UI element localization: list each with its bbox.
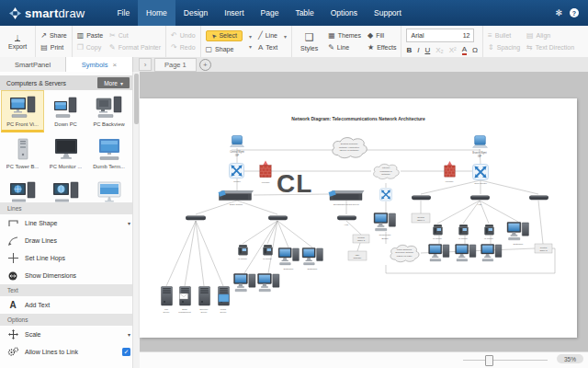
symbol-pc-backview[interactable]: PC Backview (87, 90, 130, 132)
more-symbols-button[interactable]: More▾ (97, 77, 130, 88)
diagram-title[interactable]: Network Diagram: Telecommunications Netw… (291, 116, 425, 121)
menu-item-insert[interactable]: Insert (216, 0, 252, 26)
diagram-node-ip-phone-r2[interactable]: IP Phone (458, 224, 468, 239)
diagram-label-box-2[interactable]: Central Office 2 (535, 244, 552, 253)
diagram-node-cloud-internet[interactable]: Internet (Managed IP Network) (374, 164, 400, 178)
diagram-node-hub-r1[interactable] (412, 196, 431, 201)
set-line-hops-item[interactable]: Set Line Hops (0, 249, 140, 267)
text-tool-button[interactable]: AText (258, 43, 277, 52)
zoom-slider-track[interactable] (463, 360, 548, 361)
symbol-pc-front-view[interactable]: PC Front Vi... (1, 90, 44, 132)
scale-item[interactable]: Scale ▾ (0, 326, 140, 343)
insert-symbol-button[interactable]: Ω (472, 46, 478, 54)
close-symbols-tab-icon[interactable]: × (113, 61, 118, 69)
styles-button[interactable]: ❑ Styles (297, 31, 322, 52)
diagram-node-hub-l1[interactable] (186, 216, 206, 221)
help-icon[interactable]: ? (570, 8, 579, 17)
symbol-workstation-globe[interactable] (1, 175, 44, 202)
shape-tool-caret-icon[interactable]: ▾ (249, 43, 252, 50)
menu-item-home[interactable]: Home (138, 0, 175, 26)
diagram-node-cloud-pstn[interactable]: Public Switched Telephone Network (PSTN … (390, 245, 419, 261)
diagram-node-router-right[interactable]: Core Router (473, 165, 489, 186)
diagram-node-hub-r3[interactable] (529, 196, 548, 201)
diagram-label-box-1[interactable]: Central Office 1 (412, 213, 430, 223)
menu-item-table[interactable]: Table (287, 0, 322, 26)
tab-page-1[interactable]: Page 1 (154, 58, 197, 72)
diagram-node-pc-r3[interactable] (481, 244, 502, 260)
draw-lines-item[interactable]: Draw Lines (0, 232, 140, 249)
diagram-node-server-4[interactable]: Media Server (219, 287, 230, 313)
diagram-node-edge-switch[interactable]: Edge Switch (219, 190, 254, 206)
prev-page-button[interactable]: › (139, 58, 152, 71)
panel-scrollbar[interactable] (132, 72, 140, 368)
diagram-node-pc-r2[interactable] (456, 244, 476, 260)
diagram-node-pc-4[interactable] (258, 273, 279, 291)
font-size-value[interactable]: 12 (463, 32, 470, 39)
shape-tool-button[interactable]: ▢Shape (206, 45, 243, 53)
diagram-node-pc-2[interactable]: Softphone (302, 247, 322, 270)
diagram-label-box-3[interactable]: Central Office 3 (353, 235, 369, 243)
diagram-node-server-1[interactable]: Call Server (162, 287, 173, 313)
diagram-node-laptop-right[interactable]: Branch Mgmt ISP (472, 136, 487, 158)
line-tool-caret-icon[interactable]: ▾ (284, 33, 287, 40)
share-button[interactable]: ↗Share (40, 31, 66, 40)
font-family-select[interactable]: Arial12 (406, 29, 474, 42)
diagram-node-server-3[interactable]: Directory Server (199, 287, 210, 313)
diagram-node-server-2[interactable]: Email Management (178, 287, 191, 313)
diagram-node-pc-1[interactable]: Softphone (278, 247, 299, 270)
themes-button[interactable]: ▦Themes (328, 31, 361, 40)
diagram-node-router-mid[interactable] (379, 189, 391, 201)
effects-button[interactable]: ★Effects (368, 43, 396, 52)
tab-symbols[interactable]: Symbols × (66, 57, 133, 72)
diagram-node-firewall-right[interactable]: Firewall (445, 161, 455, 183)
line-style-button[interactable]: ✎Line (328, 43, 361, 52)
fill-button[interactable]: ◆Fill (368, 31, 396, 40)
paste-button[interactable]: ▥Paste (77, 31, 103, 40)
menu-item-page[interactable]: Page (253, 0, 288, 26)
export-button[interactable]: ↓ Export (5, 33, 30, 50)
symbol-pc-tower[interactable]: PC Tower B... (1, 132, 44, 175)
italic-button[interactable]: I (417, 46, 419, 54)
tab-smartpanel[interactable]: SmartPanel (0, 57, 66, 72)
page[interactable]: Network Diagram: Telecommunications Netw… (140, 98, 577, 338)
scale-caret-icon[interactable]: ▾ (128, 331, 130, 338)
bold-button[interactable]: B (406, 46, 412, 54)
diagram-node-laptop-left[interactable]: Central Mgmt ISP (230, 136, 244, 158)
select-tool-caret-icon[interactable]: ▾ (249, 33, 252, 40)
print-button[interactable]: ▤Print (40, 43, 66, 52)
diagram-label-box-4[interactable]: PBX Gateway (348, 251, 367, 260)
diagram-node-ip-phone-r1[interactable]: IP Phone (433, 224, 442, 239)
diagram-node-firewall-left[interactable]: Firewall (260, 160, 271, 184)
app-logo[interactable]: smartdraw (9, 5, 85, 21)
menu-item-support[interactable]: Support (366, 0, 410, 26)
panel-scrollbar-thumb[interactable] (134, 74, 139, 124)
menu-item-design[interactable]: Design (175, 0, 216, 26)
underline-button[interactable]: U (424, 46, 430, 54)
symbol-workstation-globe-2[interactable] (44, 175, 87, 202)
menu-item-options[interactable]: Options (322, 0, 366, 26)
notifications-icon[interactable]: ✻ (555, 8, 562, 17)
canvas-workspace[interactable]: Network Diagram: Telecommunications Netw… (140, 72, 588, 352)
diagram-node-ip-phone-2[interactable]: IP Phone (263, 245, 272, 259)
diagram-node-conference-bridge[interactable]: Conference Bridge (374, 213, 395, 239)
symbol-down-pc[interactable]: Down PC (44, 90, 87, 132)
add-page-button[interactable]: + (199, 59, 211, 71)
diagram-node-ip-phone-1[interactable]: IP Phone (238, 245, 247, 259)
add-text-item[interactable]: A Add Text (0, 296, 140, 314)
diagram-node-media-server[interactable]: Broadband Media Server (329, 190, 365, 206)
line-tool-button[interactable]: ╱Line (258, 31, 277, 40)
show-dimensions-item[interactable]: Show Dimensions (0, 267, 140, 284)
menu-item-file[interactable]: File (108, 0, 138, 26)
diagram-node-pc-r1[interactable] (429, 244, 449, 260)
diagram-node-router-left[interactable]: Router (229, 163, 243, 183)
select-tool-button[interactable]: ➤Select (206, 30, 243, 41)
diagram-node-pc-r0[interactable]: Softphone (507, 222, 528, 245)
diagram-node-pc-3[interactable] (234, 273, 255, 291)
font-color-button[interactable]: A (462, 46, 467, 55)
symbol-pc-monitor[interactable]: PC Monitor ... (44, 132, 87, 175)
zoom-slider-handle[interactable] (485, 355, 493, 366)
diagram-node-hub-l2[interactable] (268, 216, 288, 221)
zoom-level-badge[interactable]: 35% (557, 354, 583, 363)
diagram-node-cloud-top[interactable]: Existing Regional Network Architecture (… (333, 138, 367, 158)
symbol-flat-monitor[interactable] (87, 175, 130, 202)
